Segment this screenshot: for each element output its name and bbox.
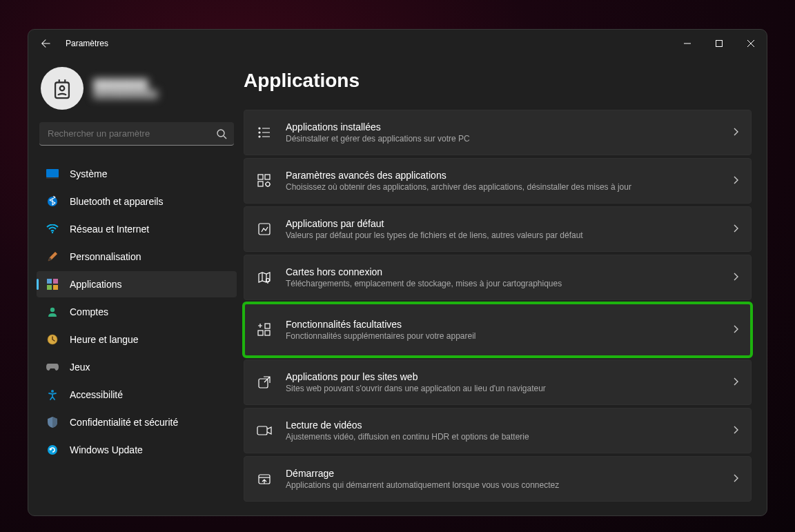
sidebar-item-gaming[interactable]: Jeux	[37, 354, 237, 380]
open-external-icon	[257, 375, 272, 390]
card-text: Applications installées Désinstaller et …	[286, 121, 719, 144]
card-sub: Désinstaller et gérer des applications s…	[286, 134, 719, 144]
minimize-button[interactable]	[671, 30, 703, 57]
card-list[interactable]: Applications installées Désinstaller et …	[241, 110, 767, 515]
close-button[interactable]	[735, 30, 767, 57]
main: Applications Applications installées Dés…	[241, 57, 767, 515]
card-sub: Téléchargements, emplacement de stockage…	[286, 279, 719, 288]
search-icon	[216, 128, 227, 142]
minimize-icon	[684, 40, 691, 47]
sidebar-item-personalization[interactable]: Personnalisation	[37, 244, 237, 270]
sidebar-item-windows-update[interactable]: Windows Update	[37, 437, 237, 463]
chevron-right-icon	[733, 271, 738, 284]
card-text: Paramètres avancés des applications Choi…	[286, 170, 719, 192]
sidebar-item-accessibility[interactable]: Accessibilité	[37, 382, 237, 408]
settings-window: Paramètres	[28, 29, 767, 516]
sidebar-item-applications[interactable]: Applications	[37, 271, 237, 297]
sidebar-item-time-language[interactable]: Heure et langue	[37, 326, 237, 353]
video-icon	[257, 423, 272, 438]
sidebar-item-label: Jeux	[70, 362, 90, 373]
card-advanced-app-settings[interactable]: Paramètres avancés des applications Choi…	[244, 158, 752, 204]
card-installed-apps[interactable]: Applications installées Désinstaller et …	[244, 110, 752, 155]
svg-point-3	[60, 86, 65, 91]
map-icon	[257, 270, 272, 285]
close-icon	[747, 40, 754, 47]
svg-rect-11	[53, 279, 58, 284]
profile-block[interactable]: ████████ ████████████	[37, 57, 237, 122]
svg-point-16	[51, 390, 54, 393]
chevron-right-icon	[733, 223, 738, 235]
list-icon	[257, 125, 272, 140]
card-sub: Valeurs par défaut pour les types de fic…	[286, 230, 719, 240]
card-sub: Sites web pouvant s'ouvrir dans une appl…	[286, 384, 719, 393]
sidebar-item-label: Système	[70, 168, 107, 179]
profile-email: ████████████	[93, 90, 158, 98]
grid-gear-icon	[257, 173, 272, 188]
svg-rect-10	[47, 279, 52, 284]
svg-point-9	[52, 232, 53, 233]
sidebar-item-accounts[interactable]: Comptes	[37, 299, 237, 325]
search-container	[39, 122, 234, 146]
card-title: Démarrage	[286, 468, 719, 479]
chevron-right-icon	[733, 126, 738, 139]
svg-rect-7	[46, 177, 59, 179]
avatar	[41, 67, 84, 110]
update-icon	[46, 444, 59, 456]
sidebar-item-bluetooth[interactable]: Bluetooth et appareils	[37, 188, 237, 215]
titlebar-left: Paramètres	[41, 39, 108, 48]
svg-rect-31	[258, 331, 263, 335]
back-button[interactable]	[41, 39, 50, 48]
maximize-button[interactable]	[703, 30, 735, 57]
card-text: Cartes hors connexion Téléchargements, e…	[286, 266, 719, 288]
sidebar-item-label: Réseau et Internet	[70, 224, 149, 235]
card-sub: Choisissez où obtenir des applications, …	[286, 182, 719, 192]
card-title: Applications par défaut	[286, 218, 719, 229]
sidebar: ████████ ████████████ Système	[28, 57, 241, 515]
chevron-right-icon	[733, 376, 738, 388]
svg-point-20	[259, 132, 260, 133]
bluetooth-icon	[46, 195, 59, 208]
startup-icon	[257, 471, 272, 486]
card-startup[interactable]: Démarrage Applications qui démarrent aut…	[244, 456, 752, 502]
card-text: Démarrage Applications qui démarrent aut…	[286, 468, 719, 490]
card-apps-for-websites[interactable]: Applications pour les sites web Sites we…	[244, 359, 752, 405]
shield-icon	[46, 416, 59, 428]
card-title: Applications pour les sites web	[286, 371, 719, 382]
svg-line-5	[224, 136, 226, 139]
sidebar-item-label: Bluetooth et appareils	[70, 196, 163, 207]
svg-rect-25	[265, 175, 270, 179]
body: ████████ ████████████ Système	[28, 57, 767, 515]
svg-rect-13	[53, 285, 58, 290]
card-title: Cartes hors connexion	[286, 266, 719, 277]
search-input[interactable]	[39, 122, 234, 146]
card-sub: Fonctionnalités supplémentaires pour vot…	[286, 331, 719, 341]
chevron-right-icon	[733, 324, 738, 336]
maximize-icon	[716, 40, 723, 47]
card-title: Fonctionnalités facultatives	[286, 319, 719, 330]
sidebar-item-label: Comptes	[70, 306, 108, 317]
titlebar: Paramètres	[28, 30, 767, 57]
window-title: Paramètres	[66, 39, 108, 48]
sidebar-item-label: Heure et langue	[70, 334, 139, 345]
card-text: Fonctionnalités facultatives Fonctionnal…	[286, 319, 719, 341]
card-text: Lecture de vidéos Ajustements vidéo, dif…	[286, 420, 719, 442]
chevron-right-icon	[733, 473, 738, 485]
apps-icon	[46, 278, 59, 290]
card-optional-features[interactable]: Fonctionnalités facultatives Fonctionnal…	[244, 303, 752, 357]
svg-rect-26	[258, 181, 263, 186]
sidebar-item-system[interactable]: Système	[37, 161, 237, 187]
svg-point-17	[48, 445, 57, 455]
chevron-right-icon	[733, 175, 738, 187]
card-text: Applications pour les sites web Sites we…	[286, 371, 719, 393]
card-default-apps[interactable]: Applications par défaut Valeurs par défa…	[244, 206, 752, 252]
card-offline-maps[interactable]: Cartes hors connexion Téléchargements, e…	[244, 255, 752, 300]
profile-name: ████████	[93, 79, 158, 90]
sidebar-item-label: Accessibilité	[70, 389, 123, 400]
sidebar-item-label: Confidentialité et sécurité	[70, 417, 178, 428]
back-arrow-icon	[41, 39, 50, 48]
svg-point-22	[259, 136, 260, 137]
sidebar-item-network[interactable]: Réseau et Internet	[37, 216, 237, 242]
card-sub: Applications qui démarrent automatiqueme…	[286, 480, 719, 490]
sidebar-item-privacy[interactable]: Confidentialité et sécurité	[37, 409, 237, 435]
card-video-playback[interactable]: Lecture de vidéos Ajustements vidéo, dif…	[244, 408, 752, 453]
